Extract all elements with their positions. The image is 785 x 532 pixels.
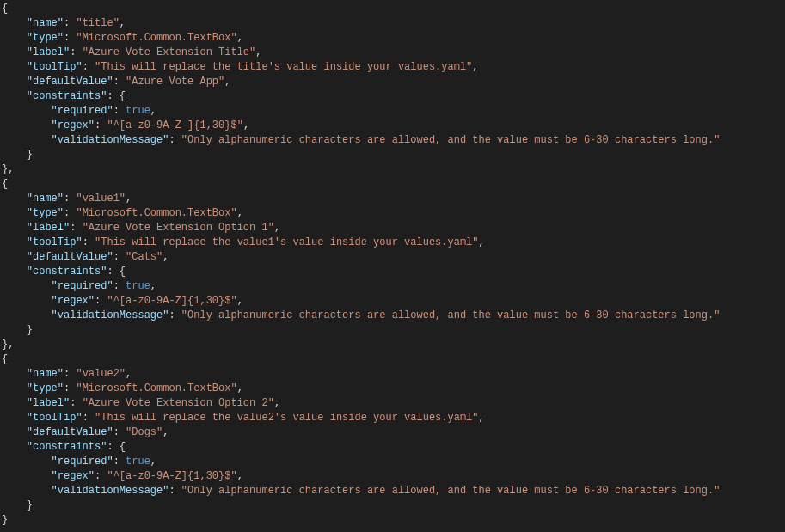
json-boolean: true <box>126 280 150 292</box>
json-boolean: true <box>126 105 150 117</box>
name-value: "title" <box>76 17 119 29</box>
brace-open: { <box>120 441 126 453</box>
punct: : <box>113 456 126 468</box>
punct: : <box>64 17 76 29</box>
json-key: "constraints" <box>27 441 107 453</box>
punct: , <box>163 251 169 263</box>
punct: , <box>274 222 280 234</box>
punct: , <box>255 46 261 58</box>
punct: , <box>150 456 156 468</box>
brace-open: { <box>120 90 126 102</box>
label-value: "Azure Vote Extension Option 1" <box>83 222 274 234</box>
name-value: "value1" <box>76 193 126 205</box>
punct: , <box>126 193 132 205</box>
punct: , <box>224 76 230 88</box>
json-key: "name" <box>27 193 64 205</box>
validationmessage-value: "Only alphanumeric characters are allowe… <box>181 309 721 321</box>
json-boolean: true <box>126 456 150 468</box>
punct: : <box>95 119 107 131</box>
punct: , <box>8 163 14 175</box>
punct: , <box>243 119 249 131</box>
punct: : <box>64 207 76 219</box>
punct: : <box>83 61 95 73</box>
json-key: "regex" <box>52 119 95 131</box>
brace-close: } <box>27 499 33 511</box>
punct: , <box>150 105 156 117</box>
label-value: "Azure Vote Extension Title" <box>83 46 256 58</box>
label-value: "Azure Vote Extension Option 2" <box>83 397 274 409</box>
json-key: "regex" <box>52 295 95 307</box>
punct: , <box>274 397 280 409</box>
punct: : <box>107 266 119 278</box>
brace-close: } <box>27 324 33 336</box>
punct: , <box>150 280 156 292</box>
punct: : <box>70 222 82 234</box>
punct: , <box>237 470 243 482</box>
tooltip-value: "This will replace the value1's value in… <box>95 236 478 248</box>
regex-value: "^[a-z0-9A-Z ]{1,30}$" <box>107 119 242 131</box>
punct: , <box>237 295 243 307</box>
defaultvalue-value: "Cats" <box>126 251 163 263</box>
json-key: "constraints" <box>27 90 107 102</box>
json-key: "validationMessage" <box>52 485 169 497</box>
punct: : <box>64 32 76 44</box>
json-key: "required" <box>52 280 113 292</box>
validationmessage-value: "Only alphanumeric characters are allowe… <box>181 134 721 146</box>
brace-open: { <box>2 3 8 15</box>
json-key: "defaultValue" <box>27 251 113 263</box>
punct: , <box>126 368 132 380</box>
json-key: "label" <box>27 46 70 58</box>
punct: : <box>83 236 95 248</box>
punct: : <box>107 441 119 453</box>
punct: : <box>64 193 76 205</box>
type-value: "Microsoft.Common.TextBox" <box>76 207 236 219</box>
code-editor[interactable]: { "name": "title", "type": "Microsoft.Co… <box>0 0 785 528</box>
brace-close: } <box>2 514 8 526</box>
json-key: "name" <box>27 17 64 29</box>
punct: , <box>472 61 478 73</box>
json-key: "regex" <box>52 470 95 482</box>
punct: : <box>113 426 126 438</box>
punct: : <box>113 105 126 117</box>
punct: : <box>83 412 95 424</box>
punct: : <box>113 280 126 292</box>
json-key: "defaultValue" <box>27 426 113 438</box>
punct: : <box>95 470 107 482</box>
punct: : <box>64 382 76 394</box>
json-key: "validationMessage" <box>52 309 169 321</box>
type-value: "Microsoft.Common.TextBox" <box>76 382 236 394</box>
json-key: "type" <box>27 32 64 44</box>
json-key: "name" <box>27 368 64 380</box>
json-key: "toolTip" <box>27 412 83 424</box>
validationmessage-value: "Only alphanumeric characters are allowe… <box>181 485 721 497</box>
punct: , <box>237 207 243 219</box>
punct: : <box>169 309 181 321</box>
json-key: "label" <box>27 397 70 409</box>
brace-open: { <box>2 178 8 190</box>
punct: : <box>70 46 82 58</box>
punct: , <box>120 17 126 29</box>
regex-value: "^[a-z0-9A-Z]{1,30}$" <box>107 295 236 307</box>
punct: : <box>64 368 76 380</box>
name-value: "value2" <box>76 368 126 380</box>
json-key: "defaultValue" <box>27 76 113 88</box>
punct: , <box>237 382 243 394</box>
brace-open: { <box>2 353 8 365</box>
brace-open: { <box>120 266 126 278</box>
punct: : <box>169 134 181 146</box>
json-key: "type" <box>27 382 64 394</box>
type-value: "Microsoft.Common.TextBox" <box>76 32 236 44</box>
punct: : <box>70 397 82 409</box>
punct: , <box>8 339 14 351</box>
punct: : <box>107 90 119 102</box>
brace-close: } <box>27 149 33 161</box>
punct: : <box>113 76 126 88</box>
json-key: "constraints" <box>27 266 107 278</box>
defaultvalue-value: "Dogs" <box>126 426 163 438</box>
tooltip-value: "This will replace the title's value ins… <box>95 61 472 73</box>
json-key: "type" <box>27 207 64 219</box>
punct: , <box>479 412 485 424</box>
tooltip-value: "This will replace the value2's value in… <box>95 412 478 424</box>
punct: , <box>237 32 243 44</box>
punct: : <box>113 251 126 263</box>
